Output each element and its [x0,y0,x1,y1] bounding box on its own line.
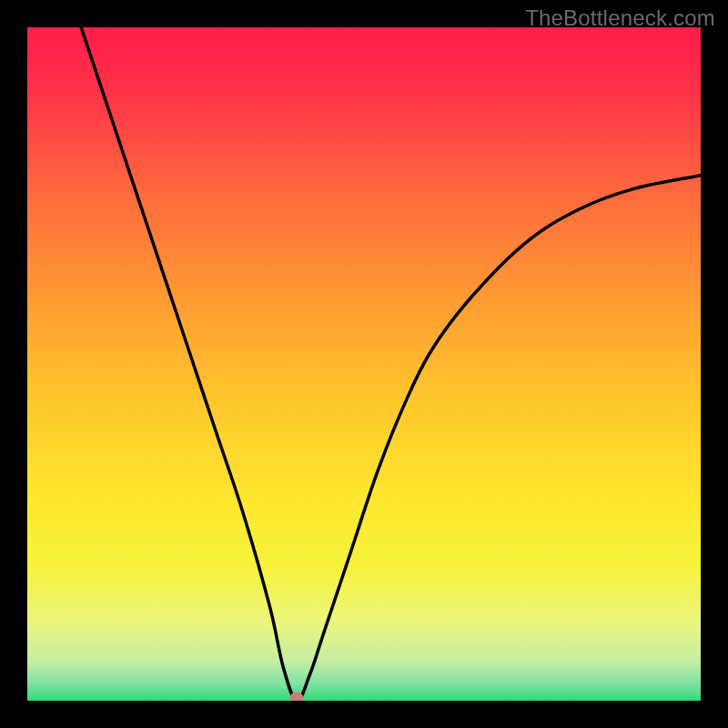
gradient-background [27,27,701,701]
minimum-marker [290,693,303,701]
plot-svg [27,27,701,701]
chart-frame: TheBottleneck.com [0,0,728,728]
watermark-text: TheBottleneck.com [525,5,715,31]
plot-area [27,27,701,701]
